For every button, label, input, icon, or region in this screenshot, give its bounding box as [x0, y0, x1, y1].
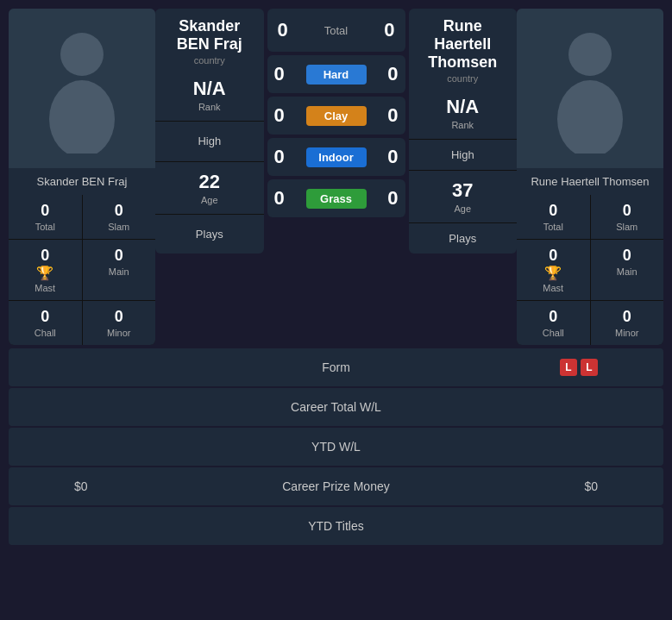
right-mast-value: 0 [549, 247, 557, 265]
left-total-value: 0 [12, 202, 79, 220]
ytd-titles-row: YTD Titles [9, 507, 663, 545]
right-avatar-silhouette [547, 24, 633, 153]
left-total-cell: 0 Total [9, 195, 82, 239]
left-slam-cell: 0 Slam [83, 195, 156, 239]
total-score-label: Total [324, 24, 348, 37]
left-minor-value: 0 [86, 308, 153, 326]
right-player-card: Rune Haertell Thomsen 0 Total 0 Slam 0 🏆… [517, 9, 663, 345]
right-main-label: Main [594, 266, 661, 277]
right-main-cell: 0 Main [591, 240, 664, 300]
form-badge-1: L [560, 359, 577, 376]
left-player-name-bottom: Skander BEN Fraj [9, 168, 155, 195]
right-minor-label: Minor [594, 328, 661, 338]
form-row: Form L L [9, 348, 663, 386]
left-main-value: 0 [86, 247, 153, 265]
right-chall-cell: 0 Chall [517, 301, 590, 345]
left-player-avatar [9, 9, 155, 168]
left-age-label: Age [201, 195, 218, 205]
left-age-block: 22 Age [155, 162, 264, 215]
right-minor-value: 0 [594, 308, 661, 326]
right-total-label: Total [520, 222, 587, 232]
career-total-row: Career Total W/L [9, 388, 663, 426]
prize-money-row: $0 Career Prize Money $0 [9, 467, 663, 505]
right-player-avatar [517, 9, 663, 168]
right-age-value: 37 [452, 179, 473, 202]
grass-row: 0 Grass 0 [267, 179, 405, 217]
bottom-section: Form L L Career Total W/L YTD W/L $0 Car… [9, 348, 663, 545]
svg-point-3 [557, 80, 623, 153]
ytd-titles-label: YTD Titles [248, 519, 423, 533]
main-container: Skander BEN Fraj 0 Total 0 Slam 0 🏆 Mast… [0, 0, 672, 554]
right-rank-value: N/A [446, 96, 479, 118]
left-chall-cell: 0 Chall [9, 301, 82, 345]
clay-button[interactable]: Clay [306, 106, 367, 126]
right-total-cell: 0 Total [517, 195, 590, 239]
form-label: Form [248, 360, 423, 374]
left-mast-label: Mast [35, 283, 55, 293]
right-clay-score: 0 [387, 104, 398, 127]
right-age-block: 37 Age [409, 171, 518, 223]
grass-button[interactable]: Grass [306, 189, 367, 209]
left-total-score: 0 [278, 19, 288, 41]
right-stats-grid: 0 Total 0 Slam 0 🏆 Mast 0 Main 0 [517, 195, 663, 345]
left-clay-score: 0 [274, 104, 285, 127]
left-country: country [162, 55, 257, 66]
left-rank-block: N/A Rank [155, 69, 264, 122]
left-player-name-top: Skander BEN Fraj [162, 17, 257, 53]
left-chall-value: 0 [12, 308, 79, 326]
form-badges: L L [560, 359, 598, 376]
top-row: Skander BEN Fraj 0 Total 0 Slam 0 🏆 Mast… [9, 9, 663, 345]
indoor-button[interactable]: Indoor [306, 147, 367, 167]
left-indoor-score: 0 [274, 146, 285, 168]
right-country: country [416, 73, 511, 84]
ytd-wl-row: YTD W/L [9, 428, 663, 466]
right-high-block: High [409, 140, 518, 171]
total-score-row: 0 Total 0 [267, 9, 405, 52]
career-total-label: Career Total W/L [248, 400, 423, 414]
left-player-card: Skander BEN Fraj 0 Total 0 Slam 0 🏆 Mast… [9, 9, 155, 345]
left-chall-label: Chall [12, 328, 79, 338]
prize-money-left: $0 [22, 479, 248, 493]
left-high-block: High [155, 122, 264, 162]
right-mast-label: Mast [543, 283, 563, 293]
svg-point-1 [49, 80, 115, 153]
right-stats-panel: Rune Haertell Thomsen country N/A Rank H… [409, 9, 518, 254]
right-slam-cell: 0 Slam [591, 195, 664, 239]
left-avatar-silhouette [39, 24, 125, 153]
right-plays-block: Plays [409, 223, 518, 254]
right-mast-cell: 0 🏆 Mast [517, 240, 590, 300]
left-stats-grid: 0 Total 0 Slam 0 🏆 Mast 0 Main 0 [9, 195, 155, 345]
left-minor-cell: 0 Minor [83, 301, 156, 345]
prize-money-right: $0 [424, 479, 650, 493]
right-total-value: 0 [520, 202, 587, 220]
left-main-label: Main [86, 266, 153, 277]
left-grass-score: 0 [274, 187, 285, 210]
hard-row: 0 Hard 0 [267, 55, 405, 93]
right-player-name-bottom: Rune Haertell Thomsen [517, 168, 663, 195]
prize-money-label: Career Prize Money [248, 479, 423, 493]
right-trophy-icon: 🏆 [544, 265, 562, 281]
center-panel: Skander BEN Fraj country N/A Rank High 2… [155, 9, 517, 254]
right-player-name-top: Rune Haertell Thomsen [416, 17, 511, 72]
right-grass-score: 0 [387, 187, 398, 210]
right-rank-label: Rank [451, 120, 474, 130]
right-slam-value: 0 [594, 202, 661, 220]
right-plays-value: Plays [449, 232, 476, 245]
left-main-cell: 0 Main [83, 240, 156, 300]
form-badges-container: L L [424, 359, 650, 376]
right-indoor-score: 0 [387, 146, 398, 168]
left-plays-block: Plays [155, 215, 264, 254]
form-badge-2: L [581, 359, 598, 376]
hard-button[interactable]: Hard [306, 65, 367, 85]
left-mast-cell: 0 🏆 Mast [9, 240, 82, 300]
right-high-value: High [451, 148, 474, 161]
left-minor-label: Minor [86, 328, 153, 338]
left-plays-value: Plays [196, 228, 223, 241]
svg-point-2 [568, 33, 612, 76]
center-score-panel: 0 Total 0 0 Hard 0 0 Clay 0 0 [267, 9, 405, 254]
right-hard-score: 0 [387, 63, 398, 85]
svg-point-0 [60, 33, 104, 76]
left-slam-value: 0 [86, 202, 153, 220]
left-mast-value: 0 [41, 247, 49, 265]
left-trophy-icon: 🏆 [36, 265, 53, 281]
